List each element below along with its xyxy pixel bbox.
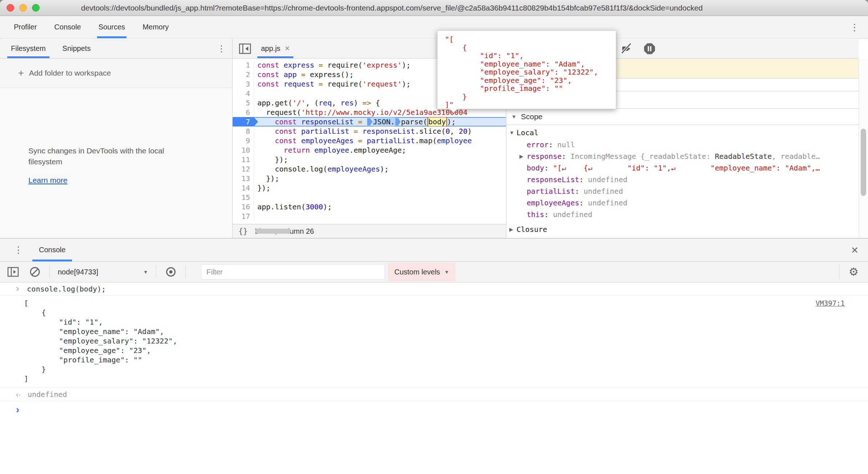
scope-variable-responseList[interactable]: responseList: undefined: [506, 174, 859, 185]
code-line-text[interactable]: });: [254, 183, 506, 193]
close-console-icon[interactable]: ✕: [851, 245, 859, 256]
code-line-text[interactable]: return employee.employeeAge;: [254, 145, 506, 155]
console-log-output[interactable]: VM397:1 [ { "id": "1", "employee_name": …: [0, 296, 868, 387]
titlebar[interactable]: devtools://devtools/bundled/js_app.html?…: [0, 0, 868, 16]
console-filter-input[interactable]: [201, 264, 385, 280]
console-eval-result[interactable]: ‹· undefined: [0, 387, 868, 401]
more-tools-kebab-icon[interactable]: ⋮: [841, 23, 868, 32]
line-number-gutter[interactable]: 14: [233, 183, 254, 193]
execution-context-selector[interactable]: node[94733] ▼: [58, 268, 148, 276]
line-number-gutter[interactable]: 3: [233, 79, 254, 89]
colon: :: [548, 139, 557, 150]
line-number-gutter[interactable]: 13: [233, 174, 254, 183]
tab-filesystem[interactable]: Filesystem: [5, 39, 52, 58]
add-folder-to-workspace[interactable]: + Add folder to workspace: [0, 59, 232, 88]
console-settings-gear-icon[interactable]: ⚙: [849, 266, 859, 277]
tab-console[interactable]: Console: [45, 16, 89, 38]
code-line-text[interactable]: });: [254, 174, 506, 183]
tab-memory[interactable]: Memory: [134, 16, 177, 38]
source-location-link[interactable]: VM397:1: [816, 298, 845, 308]
line-number-gutter[interactable]: 4: [233, 89, 254, 98]
code-token: undefined: [553, 209, 592, 220]
scope-section-header[interactable]: ▼ Scope: [506, 109, 859, 125]
line-number-gutter[interactable]: 2: [233, 70, 254, 79]
close-tab-icon[interactable]: ×: [285, 44, 289, 53]
zoom-window-button[interactable]: [32, 4, 40, 12]
code-token: const: [257, 80, 284, 88]
tab-snippets[interactable]: Snippets: [57, 39, 97, 58]
line-number-gutter[interactable]: 10: [233, 145, 254, 155]
main-tab-bar: Profiler Console Sources Memory ⋮: [0, 16, 868, 39]
code-token: );: [402, 80, 410, 88]
continue-to-marker-icon[interactable]: [395, 118, 401, 125]
clear-console-icon[interactable]: [28, 265, 41, 278]
console-command-echo[interactable]: › console.log(body);: [0, 282, 868, 296]
code-line-text[interactable]: app.listen(3000);: [254, 202, 506, 212]
pause-on-exceptions-icon[interactable]: [643, 42, 656, 55]
variable-name: partialList: [527, 185, 575, 197]
horizontal-scrollbar[interactable]: [255, 229, 291, 234]
pretty-print-icon[interactable]: {}: [238, 227, 248, 236]
line-number-gutter[interactable]: 12: [233, 164, 254, 174]
disclosure-triangle-icon[interactable]: ▼: [506, 126, 517, 139]
line-number-gutter[interactable]: 1: [233, 60, 254, 70]
line-number-gutter[interactable]: 5: [233, 98, 254, 108]
code-token: undefined: [584, 185, 623, 197]
code-line-text[interactable]: [254, 193, 506, 202]
code-line-text[interactable]: const partialList = responseList.slice(0…: [254, 126, 506, 136]
tab-sources[interactable]: Sources: [90, 16, 134, 38]
code-line-14: 14});: [233, 183, 506, 193]
code-line-text[interactable]: console.log(employeeAges);: [254, 164, 506, 174]
disclosure-triangle-icon[interactable]: ▶: [506, 223, 517, 236]
show-console-sidebar-icon[interactable]: [7, 265, 20, 278]
code-token: responseList: [362, 127, 415, 136]
console-prompt[interactable]: ›: [0, 401, 868, 418]
log-line: "id": "1",: [24, 317, 868, 327]
scope-local-group[interactable]: ▼Local: [506, 126, 859, 139]
scope-variable-employeeAges[interactable]: employeeAges: undefined: [506, 197, 859, 209]
console-kebab-icon[interactable]: ⋮: [0, 245, 23, 254]
line-number-gutter[interactable]: 17: [233, 212, 254, 221]
line-number-gutter[interactable]: 6: [233, 108, 254, 117]
navigator-kebab-icon[interactable]: ⋮: [210, 44, 232, 53]
line-number-gutter[interactable]: 8: [233, 126, 254, 136]
scope-variable-error[interactable]: error: null: [506, 139, 859, 150]
tab-profiler[interactable]: Profiler: [5, 16, 45, 38]
variable-name: this: [527, 209, 544, 220]
scope-variable-response[interactable]: ▶response: IncomingMessage {_readableSta…: [506, 150, 859, 162]
scope-variable-partialList[interactable]: partialList: undefined: [506, 185, 859, 197]
line-number-gutter[interactable]: 16: [233, 202, 254, 212]
line-number-gutter[interactable]: 9: [233, 136, 254, 145]
disclosure-triangle-icon[interactable]: ▶: [517, 150, 527, 162]
scope-scrollbar-track[interactable]: [859, 59, 868, 238]
close-window-button[interactable]: [7, 4, 14, 12]
code-token: parse(: [401, 117, 427, 126]
code-token: [358, 127, 362, 136]
spacer: [517, 209, 527, 220]
scope-closure-group[interactable]: ▶Closure: [506, 223, 859, 236]
console-drawer-tab[interactable]: Console: [38, 238, 66, 261]
line-number-gutter[interactable]: 11: [233, 155, 254, 164]
log-line: ]: [24, 374, 868, 383]
learn-more-link[interactable]: Learn more: [28, 176, 232, 185]
code-line-text[interactable]: const employeeAges = partialList.map(emp…: [254, 136, 506, 145]
code-line-text[interactable]: });: [254, 155, 506, 164]
code-token: [362, 117, 367, 126]
scope-scrollbar-thumb[interactable]: [861, 129, 866, 196]
code-token: employeeAges: [327, 165, 380, 173]
scope-variable-this[interactable]: this: undefined: [506, 209, 859, 220]
line-number-gutter[interactable]: 15: [233, 193, 254, 202]
deactivate-breakpoints-icon[interactable]: [620, 42, 634, 56]
custom-levels-dropdown[interactable]: Custom levels ▼: [388, 263, 455, 281]
code-line-text[interactable]: const responseList = JSON.parse(body);: [254, 117, 506, 126]
continue-to-marker-icon[interactable]: [367, 118, 373, 125]
log-line: {: [24, 308, 868, 317]
live-expression-eye-icon[interactable]: [164, 265, 177, 278]
line-number-gutter[interactable]: 7: [233, 117, 254, 126]
minimize-window-button[interactable]: [19, 4, 27, 12]
hide-navigator-icon[interactable]: [238, 43, 252, 55]
code-token: });: [257, 184, 270, 192]
scope-variable-body[interactable]: body: "[↵ {↵ "id": "1",↵ "employee_name"…: [506, 162, 859, 174]
editor-tab-appjs[interactable]: app.js ×: [257, 39, 294, 58]
code-line-text[interactable]: [254, 212, 506, 221]
